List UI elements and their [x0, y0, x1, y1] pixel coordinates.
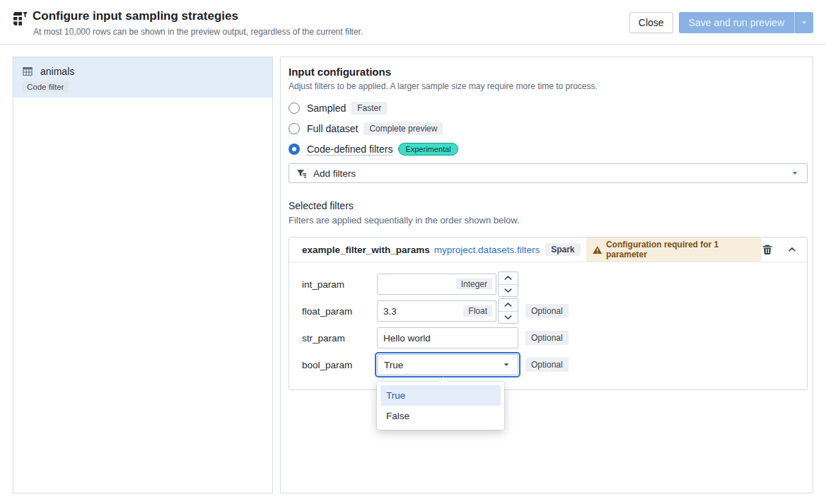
chevron-up-icon [787, 245, 797, 254]
select-current-value: True [384, 360, 403, 370]
param-name-label: float_param [302, 306, 377, 317]
dropdown-option-true[interactable]: True [380, 385, 501, 406]
radio-code-defined-filters[interactable]: Code-defined filters Experimental [289, 142, 804, 156]
radio-label: Sampled [307, 102, 346, 114]
radio-circle[interactable] [289, 143, 300, 155]
filter-list-icon [296, 168, 307, 179]
radio-full-dataset[interactable]: Full dataset Complete preview [289, 122, 804, 136]
optional-badge: Optional [525, 358, 569, 372]
header-actions: Close Save and run preview [629, 12, 813, 33]
float-param-stepper [498, 298, 518, 324]
radio-label: Code-defined filters [307, 143, 392, 156]
sampling-strategy-radio-group: Sampled Faster Full dataset Complete pre… [289, 101, 804, 156]
filter-name: example_filter_with_params [302, 245, 430, 255]
sidebar-item-animals[interactable]: animals Code filter [13, 57, 272, 98]
page-title: Configure input sampling strategies [33, 9, 238, 23]
collapse-filter-button[interactable] [787, 245, 797, 254]
save-options-caret-button[interactable] [794, 12, 813, 33]
page-subtitle: At most 10,000 rows can be shown in the … [33, 27, 363, 37]
caret-down-icon [790, 168, 800, 178]
param-row-bool: bool_param True Optional True False [302, 354, 807, 375]
int-param-stepper [498, 271, 518, 297]
add-filters-label: Add filters [313, 168, 356, 179]
dataset-name: animals [40, 66, 74, 77]
section-description: Adjust filters to be applied. A larger s… [289, 81, 804, 91]
save-and-run-preview-button[interactable]: Save and run preview [679, 12, 794, 33]
chevron-down-icon [504, 288, 512, 293]
chevron-down-icon [504, 315, 512, 320]
complete-preview-badge: Complete preview [363, 122, 443, 135]
filter-module-link[interactable]: myproject.datasets.filters [434, 245, 540, 255]
radio-label: Full dataset [307, 123, 358, 134]
stepper-up-button[interactable] [499, 299, 518, 312]
inputs-sidebar: animals Code filter [13, 57, 273, 493]
experimental-badge: Experimental [398, 143, 458, 156]
stepper-up-button[interactable] [499, 272, 518, 285]
warning-icon [593, 245, 602, 254]
param-row-int: int_param Integer [302, 274, 807, 295]
table-filter-icon [11, 10, 30, 28]
table-icon [22, 66, 33, 77]
param-name-label: str_param [302, 333, 377, 344]
add-filters-select[interactable]: Add filters [289, 163, 808, 183]
param-name-label: bool_param [302, 360, 377, 370]
optional-badge: Optional [525, 331, 569, 345]
filter-card: example_filter_with_params myproject.dat… [289, 237, 808, 390]
integer-type-badge: Integer [456, 279, 492, 290]
caret-down-icon [501, 360, 511, 370]
configuration-warning-badge: Configuration required for 1 parameter [586, 238, 762, 262]
stepper-down-button[interactable] [499, 312, 518, 324]
filter-card-header: example_filter_with_params myproject.dat… [289, 238, 807, 262]
param-row-str: str_param Optional [302, 327, 807, 348]
faster-badge: Faster [351, 102, 387, 115]
radio-circle[interactable] [289, 102, 300, 114]
selected-filters-subheading: Filters are applied sequentially in the … [289, 215, 804, 225]
float-type-badge: Float [463, 305, 492, 317]
bool-param-dropdown-menu: True False [377, 382, 504, 430]
radio-sampled[interactable]: Sampled Faster [289, 101, 804, 115]
param-row-float: float_param Float Optional [302, 300, 807, 322]
str-param-input[interactable] [377, 327, 518, 348]
chevron-up-icon [504, 302, 512, 307]
param-name-label: int_param [302, 279, 377, 290]
warning-text: Configuration required for 1 parameter [606, 240, 755, 259]
code-filter-tag: Code filter [22, 81, 69, 93]
spark-badge: Spark [545, 243, 580, 256]
dropdown-option-false[interactable]: False [380, 406, 501, 426]
caret-down-icon [800, 18, 808, 27]
bool-param-select[interactable]: True [377, 354, 518, 375]
filter-card-body: int_param Integer float_param [289, 262, 807, 389]
stepper-down-button[interactable] [499, 285, 518, 297]
radio-circle[interactable] [289, 123, 300, 134]
input-configurations-panel: Input configurations Adjust filters to b… [280, 57, 813, 493]
dialog-header: Configure input sampling strategies At m… [0, 0, 826, 44]
trash-icon [762, 244, 773, 255]
optional-badge: Optional [525, 304, 569, 318]
close-button[interactable]: Close [629, 12, 673, 33]
delete-filter-button[interactable] [762, 244, 773, 255]
save-button-group: Save and run preview [679, 12, 813, 33]
section-heading: Input configurations [289, 66, 804, 78]
header-divider [0, 44, 826, 45]
selected-filters-heading: Selected filters [289, 200, 804, 211]
chevron-up-icon [504, 275, 512, 281]
